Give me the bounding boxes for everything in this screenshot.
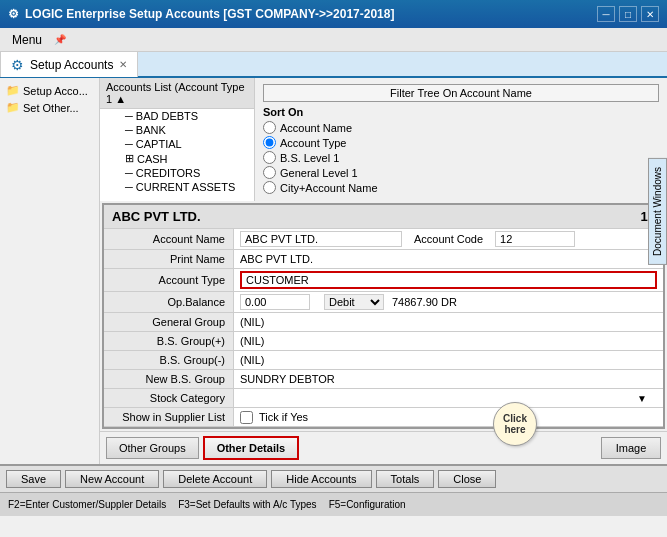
op-balance-label: Op.Balance: [104, 292, 234, 313]
new-account-button[interactable]: New Account: [65, 470, 159, 488]
print-name-label: Print Name: [104, 250, 234, 269]
document-windows-tab[interactable]: Document Windows: [648, 158, 667, 265]
tree-scroll[interactable]: ─ BAD DEBTS ─ BANK ─ CAPTIAL: [100, 109, 254, 201]
other-details-button[interactable]: Other Details: [203, 436, 299, 460]
sort-option-bs-level[interactable]: B.S. Level 1: [263, 150, 659, 165]
save-button[interactable]: Save: [6, 470, 61, 488]
sort-label: Sort On: [263, 106, 659, 118]
stock-category-label: Stock Category: [104, 389, 234, 408]
new-bs-group-label: New B.S. Group: [104, 370, 234, 389]
stock-category-value: ▼: [234, 389, 663, 408]
list-item[interactable]: ─ CURRENT ASSETS: [100, 180, 254, 194]
status-f5: F5=Configuration: [329, 499, 406, 510]
main-layout: 📁 Setup Acco... 📁 Set Other... Accounts …: [0, 78, 667, 464]
pin-icon: 📌: [54, 34, 66, 45]
general-group-value: [234, 313, 663, 332]
bs-group-minus-value: [234, 351, 663, 370]
form-grid: Account Name Account Code Print Name Acc…: [104, 229, 663, 427]
action-bar: Save New Account Delete Account Hide Acc…: [0, 464, 667, 492]
sidebar-item-setup[interactable]: 📁 Setup Acco...: [2, 82, 97, 99]
status-bar: F2=Enter Customer/Suppler Details F3=Set…: [0, 492, 667, 516]
folder-icon: 📁: [6, 101, 20, 114]
account-name-value: Account Code: [234, 229, 663, 250]
general-group-label: General Group: [104, 313, 234, 332]
image-button[interactable]: Image: [601, 437, 661, 459]
close-button[interactable]: ✕: [641, 6, 659, 22]
print-name-value: [234, 250, 663, 269]
sort-group: Sort On Account Name Account Type B.S. L…: [263, 106, 659, 195]
sort-option-general-level[interactable]: General Level 1: [263, 165, 659, 180]
form-title-bar: ABC PVT LTD. 12: [104, 205, 663, 229]
content-area: Accounts List (Account Type 1 ▲ ─ BAD DE…: [100, 78, 667, 464]
account-type-value: [234, 269, 663, 292]
bs-group-plus-value: [234, 332, 663, 351]
title-bar: ⚙ LOGIC Enterprise Setup Accounts [GST C…: [0, 0, 667, 28]
filter-title: Filter Tree On Account Name: [263, 84, 659, 102]
account-name-input[interactable]: [240, 231, 402, 247]
show-supplier-label: Show in Supplier List: [104, 408, 234, 427]
form-section: ABC PVT LTD. 12 Account Name Account Cod…: [102, 203, 665, 429]
sort-option-account-name[interactable]: Account Name: [263, 120, 659, 135]
tab-close-icon[interactable]: ✕: [119, 59, 127, 70]
folder-plus-icon: 📁: [6, 84, 20, 97]
bs-group-plus-label: B.S. Group(+): [104, 332, 234, 351]
dr-amount: 74867.90 DR: [392, 296, 657, 308]
maximize-button[interactable]: □: [619, 6, 637, 22]
account-code-input[interactable]: [495, 231, 575, 247]
print-name-input[interactable]: [240, 253, 657, 265]
status-f2: F2=Enter Customer/Suppler Details: [8, 499, 166, 510]
menu-item[interactable]: Menu: [4, 31, 50, 49]
close-button-action[interactable]: Close: [438, 470, 496, 488]
totals-button[interactable]: Totals: [376, 470, 435, 488]
delete-account-button[interactable]: Delete Account: [163, 470, 267, 488]
show-supplier-value: Tick if Yes: [234, 408, 663, 427]
bs-group-minus-input[interactable]: [240, 354, 657, 366]
account-name-label: Account Name: [104, 229, 234, 250]
bottom-buttons: Other Groups Other Details Click here Im…: [100, 431, 667, 464]
bs-group-plus-input[interactable]: [240, 335, 657, 347]
app-icon: ⚙: [8, 7, 19, 21]
stock-category-input[interactable]: [240, 392, 637, 404]
click-here-bubble: Click here: [493, 402, 537, 446]
sidebar-item-other[interactable]: 📁 Set Other...: [2, 99, 97, 116]
list-item[interactable]: ─ CAPTIAL: [100, 137, 254, 151]
general-group-input[interactable]: [240, 316, 657, 328]
debit-select[interactable]: Debit: [324, 294, 384, 310]
op-balance-row: Debit 74867.90 DR: [234, 292, 663, 313]
list-item[interactable]: ─ BANK: [100, 123, 254, 137]
dropdown-icon[interactable]: ▼: [637, 393, 647, 404]
tab-bar: ⚙ Setup Accounts ✕: [0, 52, 667, 78]
account-type-input[interactable]: [240, 271, 657, 289]
company-title: ABC PVT LTD.: [112, 209, 201, 224]
app-title: LOGIC Enterprise Setup Accounts [GST COM…: [25, 7, 394, 21]
account-type-label: Account Type: [104, 269, 234, 292]
new-bs-group-input[interactable]: [240, 373, 657, 385]
sort-option-account-type[interactable]: Account Type: [263, 135, 659, 150]
hide-accounts-button[interactable]: Hide Accounts: [271, 470, 371, 488]
op-balance-input[interactable]: [240, 294, 310, 310]
menu-bar: Menu 📌: [0, 28, 667, 52]
list-item[interactable]: ─ CREDITORS: [100, 166, 254, 180]
minimize-button[interactable]: ─: [597, 6, 615, 22]
sort-option-city[interactable]: City+Account Name: [263, 180, 659, 195]
status-f3: F3=Set Defaults with A/c Types: [178, 499, 317, 510]
tab-icon: ⚙: [11, 57, 24, 73]
account-code-label: Account Code: [410, 233, 487, 245]
list-item[interactable]: ⊞ CASH: [100, 151, 254, 166]
tab-setup-accounts[interactable]: ⚙ Setup Accounts ✕: [0, 51, 138, 77]
tick-if-yes-label: Tick if Yes: [259, 411, 308, 423]
accounts-tree: Accounts List (Account Type 1 ▲ ─ BAD DE…: [100, 78, 255, 201]
list-item[interactable]: ─ BAD DEBTS: [100, 109, 254, 123]
new-bs-group-value: [234, 370, 663, 389]
filter-section: Filter Tree On Account Name Sort On Acco…: [255, 78, 667, 201]
tab-label: Setup Accounts: [30, 58, 113, 72]
other-groups-button[interactable]: Other Groups: [106, 437, 199, 459]
show-supplier-checkbox[interactable]: [240, 411, 253, 424]
tree-header: Accounts List (Account Type 1 ▲: [100, 78, 254, 109]
bs-group-minus-label: B.S. Group(-): [104, 351, 234, 370]
